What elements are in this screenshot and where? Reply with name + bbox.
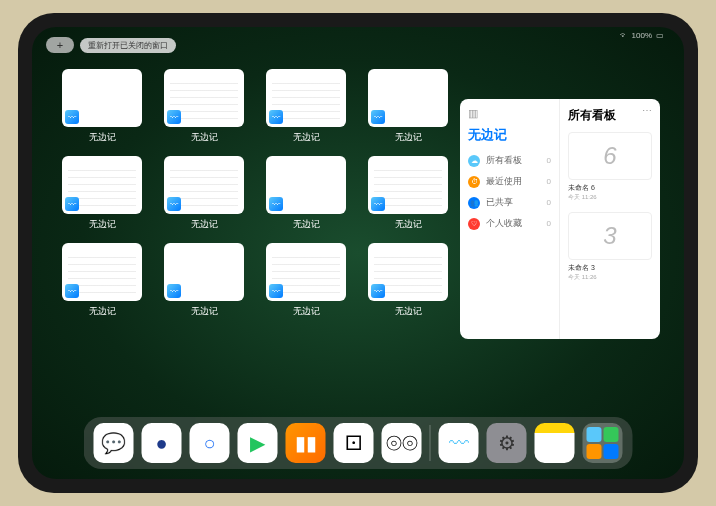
- window-label: 无边记: [191, 131, 218, 144]
- window-label: 无边记: [293, 218, 320, 231]
- window-thumbnail: 〰: [62, 69, 142, 127]
- freeform-app-icon: 〰: [371, 284, 385, 298]
- window-thumbnail: 〰: [368, 156, 448, 214]
- window-label: 无边记: [89, 131, 116, 144]
- sidebar-item[interactable]: ☁ 所有看板 0: [468, 154, 551, 167]
- top-controls: + 重新打开已关闭的窗口: [46, 37, 176, 53]
- category-label: 个人收藏: [486, 217, 541, 230]
- app-window[interactable]: 〰 无边记: [266, 243, 346, 318]
- wifi-icon: ᯤ: [620, 31, 628, 40]
- dock-app-app-library[interactable]: [583, 423, 623, 463]
- category-label: 所有看板: [486, 154, 541, 167]
- freeform-app-icon: 〰: [269, 284, 283, 298]
- app-switcher-grid: 〰 无边记 〰 无边记 〰 无边记 〰 无边记 〰 无边记 〰 无边记 〰 无边…: [62, 69, 448, 318]
- dock-app-dots[interactable]: ⦾⦾: [382, 423, 422, 463]
- board-preview: 3: [568, 212, 652, 260]
- reopen-closed-window-button[interactable]: 重新打开已关闭的窗口: [80, 38, 176, 53]
- window-thumbnail: 〰: [266, 69, 346, 127]
- dock-app-app-blue-dot[interactable]: ●: [142, 423, 182, 463]
- books-icon: ▮▮: [295, 431, 317, 455]
- dock-app-browser[interactable]: ○: [190, 423, 230, 463]
- window-label: 无边记: [89, 218, 116, 231]
- play-icon: ▶: [250, 431, 265, 455]
- new-window-button[interactable]: +: [46, 37, 74, 53]
- app-window[interactable]: 〰 无边记: [164, 243, 244, 318]
- category-icon: 👥: [468, 197, 480, 209]
- panel-app-title: 无边记: [468, 126, 551, 144]
- sidebar-item[interactable]: ♡ 个人收藏 0: [468, 217, 551, 230]
- window-thumbnail: 〰: [266, 156, 346, 214]
- window-label: 无边记: [89, 305, 116, 318]
- window-label: 无边记: [395, 218, 422, 231]
- dock-app-books[interactable]: ▮▮: [286, 423, 326, 463]
- app-window[interactable]: 〰 无边记: [62, 69, 142, 144]
- wechat-icon: 💬: [101, 431, 126, 455]
- app-window[interactable]: 〰 无边记: [266, 69, 346, 144]
- app-window[interactable]: 〰 无边记: [164, 156, 244, 231]
- dock-app-wechat[interactable]: 💬: [94, 423, 134, 463]
- board-date: 今天 11:26: [568, 273, 652, 282]
- freeform-app-icon: 〰: [167, 110, 181, 124]
- window-label: 无边记: [191, 305, 218, 318]
- app-window[interactable]: 〰 无边记: [368, 69, 448, 144]
- dock-app-settings[interactable]: ⚙: [487, 423, 527, 463]
- sidebar-toggle-icon[interactable]: ▥: [468, 107, 551, 120]
- freeform-panel: ▥ 无边记 ☁ 所有看板 0 ⏱ 最近使用 0 👥 已共享 0 ♡ 个人收藏 0…: [460, 99, 660, 339]
- window-label: 无边记: [395, 305, 422, 318]
- panel-main-title: 所有看板: [568, 107, 652, 124]
- category-icon: ♡: [468, 218, 480, 230]
- app-window[interactable]: 〰 无边记: [368, 243, 448, 318]
- dots-icon: ⦾⦾: [386, 432, 418, 455]
- board-name: 未命名 6: [568, 183, 652, 193]
- freeform-app-icon: 〰: [269, 197, 283, 211]
- dock-app-play[interactable]: ▶: [238, 423, 278, 463]
- dock-app-freeform[interactable]: 〰: [439, 423, 479, 463]
- window-thumbnail: 〰: [62, 243, 142, 301]
- board-card[interactable]: 3 未命名 3 今天 11:26: [568, 212, 652, 282]
- battery-label: 100%: [632, 31, 652, 40]
- freeform-app-icon: 〰: [269, 110, 283, 124]
- browser-icon: ○: [203, 432, 215, 455]
- dock-app-dice[interactable]: ⚀: [334, 423, 374, 463]
- status-bar: ᯤ 100% ▭: [620, 31, 664, 40]
- freeform-app-icon: 〰: [371, 197, 385, 211]
- panel-main: ⋯ 所有看板 6 未命名 6 今天 11:26 3 未命名 3 今天 11:26: [560, 99, 660, 339]
- app-window[interactable]: 〰 无边记: [164, 69, 244, 144]
- category-count: 0: [547, 219, 551, 228]
- dice-icon: ⚀: [345, 431, 362, 455]
- freeform-icon: 〰: [449, 432, 469, 455]
- board-name: 未命名 3: [568, 263, 652, 273]
- board-card[interactable]: 6 未命名 6 今天 11:26: [568, 132, 652, 202]
- freeform-app-icon: 〰: [65, 284, 79, 298]
- window-thumbnail: 〰: [164, 156, 244, 214]
- category-icon: ☁: [468, 155, 480, 167]
- screen: ᯤ 100% ▭ + 重新打开已关闭的窗口 〰 无边记 〰 无边记 〰 无边记 …: [32, 27, 684, 479]
- ipad-device: ᯤ 100% ▭ + 重新打开已关闭的窗口 〰 无边记 〰 无边记 〰 无边记 …: [18, 13, 698, 493]
- app-blue-dot-icon: ●: [155, 432, 167, 455]
- app-window[interactable]: 〰 无边记: [368, 156, 448, 231]
- board-preview: 6: [568, 132, 652, 180]
- freeform-app-icon: 〰: [167, 197, 181, 211]
- window-thumbnail: 〰: [266, 243, 346, 301]
- more-icon[interactable]: ⋯: [642, 105, 652, 116]
- board-date: 今天 11:26: [568, 193, 652, 202]
- sidebar-item[interactable]: ⏱ 最近使用 0: [468, 175, 551, 188]
- dock-app-notes[interactable]: [535, 423, 575, 463]
- window-label: 无边记: [191, 218, 218, 231]
- category-count: 0: [547, 156, 551, 165]
- app-window[interactable]: 〰 无边记: [266, 156, 346, 231]
- window-thumbnail: 〰: [62, 156, 142, 214]
- app-window[interactable]: 〰 无边记: [62, 243, 142, 318]
- category-count: 0: [547, 177, 551, 186]
- sidebar-item[interactable]: 👥 已共享 0: [468, 196, 551, 209]
- window-thumbnail: 〰: [368, 243, 448, 301]
- window-thumbnail: 〰: [368, 69, 448, 127]
- window-label: 无边记: [293, 305, 320, 318]
- category-label: 最近使用: [486, 175, 541, 188]
- category-icon: ⏱: [468, 176, 480, 188]
- window-thumbnail: 〰: [164, 243, 244, 301]
- settings-icon: ⚙: [498, 431, 516, 455]
- category-label: 已共享: [486, 196, 541, 209]
- app-window[interactable]: 〰 无边记: [62, 156, 142, 231]
- battery-icon: ▭: [656, 31, 664, 40]
